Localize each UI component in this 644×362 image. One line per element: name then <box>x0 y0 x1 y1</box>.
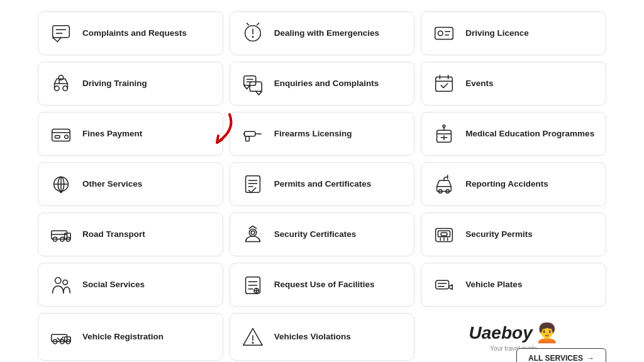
svg-rect-74 <box>436 280 449 288</box>
svg-point-58 <box>251 231 255 234</box>
security-permits-label: Security Permits <box>465 229 533 240</box>
services-grid: Complaints and Requests Dealing with Eme… <box>38 11 606 361</box>
permits-certificates-icon <box>240 172 265 197</box>
svg-rect-0 <box>53 26 70 38</box>
vehicle-plates-label: Vehicle Plates <box>465 279 522 290</box>
firearms-licensing-icon <box>240 121 265 146</box>
dealing-emergencies-label: Dealing with Emergencies <box>274 28 379 39</box>
fines-payment-icon <box>48 121 74 146</box>
road-transport-icon <box>48 222 74 247</box>
road-transport-label: Road Transport <box>82 229 145 240</box>
logo-text: Uaeboy <box>469 323 533 343</box>
card-road-transport[interactable]: Road Transport <box>38 212 223 256</box>
reporting-accidents-icon <box>431 172 457 197</box>
vehicle-registration-icon <box>48 324 74 349</box>
card-security-permits[interactable]: Security Permits <box>421 212 606 256</box>
svg-point-15 <box>58 75 64 80</box>
svg-point-42 <box>60 190 62 193</box>
other-services-label: Other Services <box>82 178 142 190</box>
svg-point-66 <box>63 280 68 285</box>
driving-training-icon <box>48 71 74 96</box>
permits-certificates-label: Permits and Certificates <box>274 178 372 190</box>
card-vehicles-violations[interactable]: Vehicles Violations <box>230 313 415 361</box>
svg-point-27 <box>65 135 69 139</box>
firearms-licensing-label: Firearms Licensing <box>274 128 352 140</box>
security-certificates-label: Security Certificates <box>274 229 357 240</box>
svg-point-84 <box>252 342 253 344</box>
card-vehicle-plates[interactable]: Vehicle Plates <box>421 263 606 307</box>
card-events[interactable]: Events <box>421 62 606 106</box>
svg-rect-26 <box>55 136 60 138</box>
svg-point-35 <box>443 125 445 128</box>
enquiries-complaints-icon <box>240 71 265 96</box>
other-services-icon <box>48 172 74 197</box>
medical-education-label: Medical Education Programmes <box>465 128 594 140</box>
card-fines-payment[interactable]: Fines Payment <box>38 112 223 156</box>
svg-rect-28 <box>244 131 255 136</box>
driving-licence-icon <box>431 21 457 46</box>
svg-rect-64 <box>441 233 448 236</box>
card-reporting-accidents[interactable]: Reporting Accidents <box>421 162 606 206</box>
vehicle-registration-label: Vehicle Registration <box>82 331 164 343</box>
driving-licence-label: Driving Licence <box>465 28 529 39</box>
svg-point-13 <box>63 86 68 91</box>
vehicles-violations-label: Vehicles Violations <box>274 331 351 343</box>
svg-point-9 <box>438 31 443 36</box>
complaints-requests-icon <box>48 21 74 46</box>
card-permits-certificates[interactable]: Permits and Certificates <box>230 162 415 206</box>
card-other-services[interactable]: Other Services <box>38 162 223 206</box>
svg-point-5 <box>252 36 253 38</box>
svg-line-6 <box>247 23 248 25</box>
card-complaints-requests[interactable]: Complaints and Requests <box>38 11 223 55</box>
vehicles-violations-icon <box>240 324 265 349</box>
all-services-arrow-icon: → <box>587 354 594 362</box>
security-permits-icon <box>431 222 457 247</box>
enquiries-complaints-label: Enquiries and Complaints <box>274 78 379 89</box>
card-security-certificates[interactable]: Security Certificates <box>230 212 415 256</box>
logo-emoji: 🧑‍🦱 <box>535 322 558 344</box>
social-services-label: Social Services <box>82 279 145 290</box>
svg-rect-21 <box>436 77 453 92</box>
card-medical-education[interactable]: Medical Education Programmes <box>421 112 606 156</box>
request-facilities-label: Request Use of Facilities <box>274 279 375 290</box>
card-request-facilities[interactable]: Request Use of Facilities <box>230 263 415 307</box>
events-icon <box>431 71 457 96</box>
all-services-label: ALL SERVICES <box>528 354 583 362</box>
card-enquiries-complaints[interactable]: Enquiries and Complaints <box>230 62 415 106</box>
complaints-requests-label: Complaints and Requests <box>82 28 187 39</box>
vehicle-plates-icon <box>431 272 457 297</box>
svg-line-7 <box>257 23 258 25</box>
dealing-emergencies-icon <box>240 21 265 46</box>
svg-point-65 <box>55 278 62 284</box>
events-label: Events <box>465 78 493 89</box>
card-social-services[interactable]: Social Services <box>38 263 223 307</box>
fines-payment-label: Fines Payment <box>82 128 142 140</box>
svg-rect-30 <box>245 136 249 141</box>
card-firearms-licensing[interactable]: Firearms Licensing <box>230 112 415 156</box>
request-facilities-icon <box>240 272 265 297</box>
card-dealing-emergencies[interactable]: Dealing with Emergencies <box>230 11 415 55</box>
all-services-button[interactable]: ALL SERVICES → <box>516 348 606 362</box>
svg-point-57 <box>249 229 256 236</box>
social-services-icon <box>48 272 74 297</box>
medical-education-icon <box>431 121 457 146</box>
svg-point-12 <box>55 86 60 91</box>
driving-training-label: Driving Training <box>82 78 147 89</box>
reporting-accidents-label: Reporting Accidents <box>465 178 548 190</box>
security-certificates-icon <box>240 222 265 247</box>
svg-rect-43 <box>245 176 260 193</box>
card-vehicle-registration[interactable]: Vehicle Registration <box>38 313 223 361</box>
card-driving-training[interactable]: Driving Training <box>38 62 223 106</box>
card-driving-licence[interactable]: Driving Licence <box>421 11 606 55</box>
